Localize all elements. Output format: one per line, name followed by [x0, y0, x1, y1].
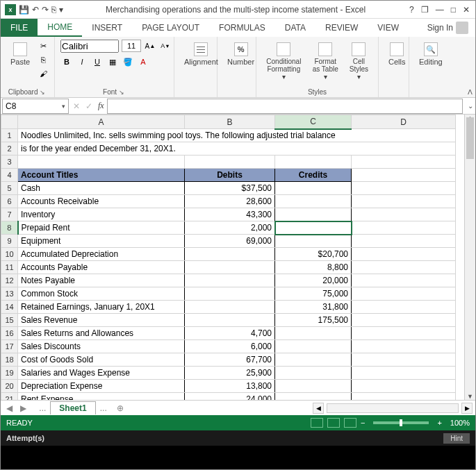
cell[interactable] — [352, 235, 456, 248]
row-header[interactable]: 20 — [1, 380, 18, 393]
alignment-button[interactable]: Alignment — [180, 40, 222, 69]
cell[interactable] — [352, 367, 456, 380]
cell[interactable] — [185, 287, 275, 301]
increase-font-icon[interactable]: A▲ — [144, 40, 156, 52]
cell[interactable]: 2,000 — [185, 221, 275, 235]
fill-color-button[interactable]: 🪣 — [122, 56, 134, 68]
col-header-d[interactable]: D — [352, 115, 456, 129]
cell[interactable] — [352, 314, 456, 327]
sheet-tab-sheet1[interactable]: Sheet1 — [50, 401, 95, 414]
cell[interactable] — [352, 221, 456, 235]
cell[interactable]: Credits — [275, 169, 352, 182]
view-page-break-icon[interactable] — [344, 418, 356, 428]
cell[interactable] — [352, 248, 456, 261]
zoom-slider[interactable] — [373, 421, 429, 424]
cell[interactable] — [352, 353, 456, 367]
row-header[interactable]: 16 — [1, 327, 18, 340]
cell[interactable]: 69,000 — [185, 235, 275, 248]
sheet-nav-more-right[interactable]: ... — [96, 403, 111, 413]
formula-enter-icon[interactable]: ✓ — [83, 101, 95, 111]
row-header[interactable]: 18 — [1, 353, 18, 367]
row-header[interactable]: 9 — [1, 235, 18, 248]
cell[interactable]: Sales Discounts — [18, 340, 185, 353]
cell[interactable] — [352, 195, 456, 208]
cells-button[interactable]: Cells — [384, 40, 409, 69]
view-normal-icon[interactable] — [311, 418, 323, 428]
tab-review[interactable]: REVIEW — [315, 19, 368, 37]
cell[interactable]: Sales Revenue — [18, 314, 185, 327]
row-header[interactable]: 12 — [1, 274, 18, 287]
cell[interactable] — [275, 353, 352, 367]
new-sheet-icon[interactable]: ⊕ — [111, 403, 129, 413]
cell[interactable]: $37,500 — [185, 182, 275, 195]
cell[interactable]: Notes Payable — [18, 274, 185, 287]
cell[interactable] — [275, 327, 352, 340]
hint-button[interactable]: Hint — [443, 433, 470, 444]
scroll-down-icon[interactable]: ▼ — [465, 393, 475, 400]
cell[interactable] — [275, 380, 352, 393]
cell[interactable]: 28,600 — [185, 195, 275, 208]
formula-expand-icon[interactable]: ⌄ — [466, 102, 475, 110]
cell[interactable] — [18, 156, 185, 169]
cell[interactable]: Cost of Goods Sold — [18, 353, 185, 367]
cell[interactable] — [275, 208, 352, 221]
font-color-button[interactable]: A — [137, 56, 149, 68]
worksheet-grid[interactable]: A B C D 1Noodles Unlimited, Inc. sells s… — [1, 115, 464, 400]
cell[interactable]: Accounts Receivable — [18, 195, 185, 208]
cell[interactable]: $20,700 — [275, 248, 352, 261]
cell[interactable] — [275, 182, 352, 195]
cell[interactable] — [185, 261, 275, 274]
cell[interactable]: 20,000 — [275, 274, 352, 287]
tab-insert[interactable]: INSERT — [82, 19, 132, 37]
cell[interactable] — [352, 169, 456, 182]
redo-icon[interactable]: ↷ — [42, 5, 49, 15]
cut-button[interactable]: ✂ — [37, 40, 49, 52]
tab-page-layout[interactable]: PAGE LAYOUT — [132, 19, 209, 37]
hscroll-right-icon[interactable]: ▶ — [461, 403, 473, 414]
cell[interactable]: Common Stock — [18, 287, 185, 301]
cell[interactable]: 67,700 — [185, 353, 275, 367]
col-header-a[interactable]: A — [18, 115, 185, 129]
bold-button[interactable]: B — [60, 56, 73, 68]
hscroll-left-icon[interactable]: ◀ — [313, 403, 324, 414]
cell[interactable]: Sales Returns and Allowances — [18, 327, 185, 340]
cell[interactable]: Rent Expense — [18, 393, 185, 401]
cell[interactable] — [352, 287, 456, 301]
cell[interactable]: 13,800 — [185, 380, 275, 393]
cell[interactable] — [275, 340, 352, 353]
sheet-nav-icon[interactable]: ◀ ▶ — [1, 403, 35, 413]
row-header[interactable]: 13 — [1, 287, 18, 301]
save-icon[interactable]: 💾 — [19, 5, 29, 15]
cell[interactable] — [352, 274, 456, 287]
maximize-icon[interactable]: □ — [451, 5, 456, 15]
cell[interactable]: Account Titles — [18, 169, 185, 182]
tab-home[interactable]: HOME — [38, 19, 82, 37]
cell[interactable]: 25,900 — [185, 367, 275, 380]
cell[interactable]: 31,800 — [275, 301, 352, 314]
cell[interactable] — [185, 314, 275, 327]
row-header[interactable]: 19 — [1, 367, 18, 380]
font-name-select[interactable] — [60, 40, 119, 53]
cell[interactable]: 8,800 — [275, 261, 352, 274]
undo-icon[interactable]: ↶ — [32, 5, 39, 15]
row-header[interactable]: 4 — [1, 169, 18, 182]
minimize-icon[interactable]: — — [436, 5, 444, 15]
row-header[interactable]: 17 — [1, 340, 18, 353]
row-header[interactable]: 7 — [1, 208, 18, 221]
cell[interactable]: Prepaid Rent — [18, 221, 185, 235]
format-painter-button[interactable]: 🖌 — [37, 67, 49, 80]
cell[interactable]: Accounts Payable — [18, 261, 185, 274]
zoom-in-icon[interactable]: + — [437, 419, 441, 427]
zoom-level[interactable]: 100% — [446, 419, 470, 427]
cell[interactable] — [275, 221, 352, 235]
cell[interactable]: 6,000 — [185, 340, 275, 353]
cell[interactable] — [185, 274, 275, 287]
sign-in[interactable]: Sign In — [420, 19, 475, 37]
font-launcher-icon[interactable]: ↘ — [119, 89, 126, 96]
row-header[interactable]: 6 — [1, 195, 18, 208]
cell[interactable] — [352, 393, 456, 401]
cell[interactable] — [185, 156, 275, 169]
close-icon[interactable]: ✕ — [463, 5, 470, 15]
cell[interactable] — [275, 156, 352, 169]
name-box-dropdown-icon[interactable]: ▾ — [62, 103, 65, 110]
